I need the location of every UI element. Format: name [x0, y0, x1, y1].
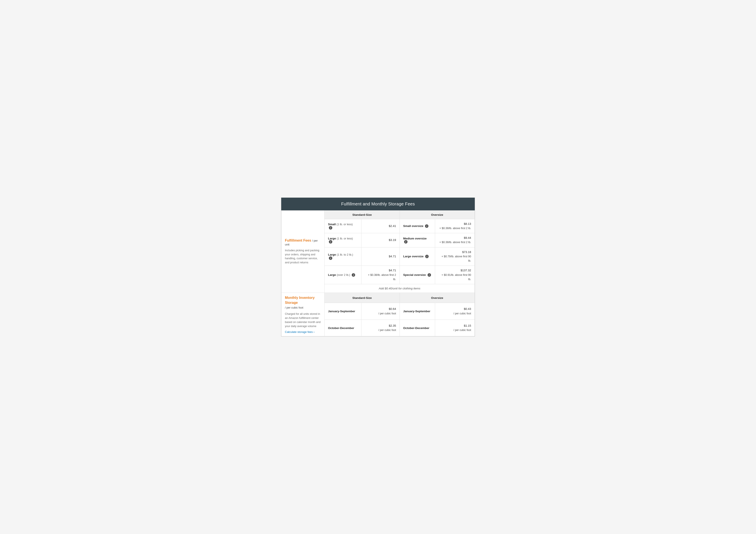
- std-size-1-sublabel: (1 lb. or less): [337, 223, 353, 226]
- std-info-icon-2[interactable]: i: [329, 240, 332, 243]
- std-price-3-value: $4.71: [389, 255, 396, 258]
- storage-ovr-unit-2: / per cubic foot: [453, 329, 471, 332]
- ovr-price-4-extra: + $0.91/lb. above first 90 lb.: [442, 273, 471, 281]
- ovr-price-2-extra: + $0.38/lb. above first 2 lb.: [440, 241, 471, 244]
- std-price-3: $4.71: [362, 247, 399, 266]
- ovr-price-3-main: $73.18: [462, 250, 471, 254]
- std-size-3-sublabel: (1 lb. to 2 lb.): [337, 253, 353, 256]
- ovr-info-icon-3[interactable]: i: [425, 255, 429, 258]
- ovr-size-1-label: Small oversize: [403, 224, 423, 228]
- storage-std-period-2-label: October-December: [328, 326, 354, 330]
- storage-ovr-unit-1: / per cubic foot: [453, 312, 471, 315]
- std-price-1-value: $2.41: [389, 224, 396, 228]
- std-size-4-sublabel: (over 2 lb.): [337, 273, 350, 276]
- storage-std-price-1: $0.64 / per cubic foot: [362, 303, 399, 319]
- storage-ovr-period-1: January-September: [399, 303, 435, 319]
- ovr-info-icon-2[interactable]: i: [404, 240, 408, 243]
- std-label-1: Small (1 lb. or less) i: [325, 219, 362, 233]
- clothing-note: Add $0.40/unit for clothing items: [325, 284, 475, 293]
- std-label-3: Large (1 lb. to 2 lb.) i: [325, 247, 362, 266]
- std-label-4: Large (over 2 lb.) i: [325, 266, 362, 284]
- storage-std-unit-1: / per cubic foot: [378, 312, 396, 315]
- storage-ovr-period-1-label: January-September: [403, 310, 430, 313]
- std-info-icon-3[interactable]: i: [329, 256, 332, 260]
- std-size-2-sublabel: (1 lb. or less): [337, 237, 353, 240]
- ovr-price-3-extra: + $0.79/lb. above first 90 lb.: [442, 255, 471, 262]
- storage-ovr-period-2: October-December: [399, 319, 435, 336]
- ovr-size-4-label: Special oversize: [403, 273, 426, 276]
- fulfillment-title-text: Fulfillment Fees: [285, 239, 311, 242]
- storage-standard-header: Standard-Size: [325, 293, 400, 303]
- oversize-header: Oversize: [399, 210, 474, 219]
- storage-desc: Charged for all units stored in an Amazo…: [285, 312, 321, 328]
- fulfillment-header-row: Fulfillment Fees / per unit Includes pic…: [282, 210, 475, 219]
- storage-label-cell: Monthly Inventory Storage / per cubic fo…: [282, 293, 325, 336]
- storage-ovr-price-2-main: $1.15: [464, 324, 471, 327]
- storage-per: / per cubic foot: [285, 306, 303, 309]
- std-size-3-label: Large: [328, 253, 336, 256]
- ovr-size-2-label: Medium oversize: [403, 237, 427, 240]
- std-price-1: $2.41: [362, 219, 399, 233]
- ovr-price-3: $73.18 + $0.79/lb. above first 90 lb.: [435, 247, 474, 266]
- ovr-price-2: $9.44 + $0.38/lb. above first 2 lb.: [435, 233, 474, 247]
- ovr-price-2-main: $9.44: [464, 236, 471, 240]
- ovr-price-4: $137.32 + $0.91/lb. above first 90 lb.: [435, 266, 474, 284]
- fulfillment-table: Fulfillment Fees / per unit Includes pic…: [281, 210, 475, 337]
- storage-title-text: Monthly Inventory Storage: [285, 296, 315, 304]
- storage-ovr-price-1-main: $0.43: [464, 307, 471, 311]
- calc-storage-link[interactable]: Calculate storage fees ›: [285, 330, 321, 334]
- ovr-price-4-main: $137.32: [461, 269, 471, 272]
- std-size-1-label: Small: [328, 223, 336, 226]
- ovr-price-1: $8.13 + $0.38/lb. above first 2 lb.: [435, 219, 474, 233]
- std-info-icon-1[interactable]: i: [329, 226, 332, 230]
- storage-std-price-2: $2.35 / per cubic foot: [362, 319, 399, 336]
- std-price-4-main: $4.71: [389, 269, 396, 272]
- storage-title: Monthly Inventory Storage / per cubic fo…: [285, 295, 321, 310]
- ovr-info-icon-1[interactable]: i: [425, 224, 428, 228]
- ovr-price-1-main: $8.13: [464, 222, 471, 225]
- storage-std-price-1-main: $0.64: [389, 307, 396, 311]
- storage-std-period-1: January-September: [325, 303, 362, 319]
- storage-std-period-2: October-December: [325, 319, 362, 336]
- standard-size-header: Standard-Size: [325, 210, 400, 219]
- ovr-size-3-label: Large oversize: [403, 255, 424, 258]
- storage-oversize-header: Oversize: [399, 293, 474, 303]
- fulfillment-label-cell: Fulfillment Fees / per unit Includes pic…: [282, 210, 325, 293]
- std-size-2-label: Large: [328, 237, 336, 240]
- std-price-4-extra: + $0.38/lb. above first 2 lb.: [368, 273, 396, 281]
- std-price-4: $4.71 + $0.38/lb. above first 2 lb.: [362, 266, 399, 284]
- ovr-label-3: Large oversize i: [399, 247, 435, 266]
- ovr-price-1-extra: + $0.38/lb. above first 2 lb.: [440, 227, 471, 230]
- main-container: Fulfillment and Monthly Storage Fees Ful…: [281, 197, 475, 337]
- std-price-2-value: $3.19: [389, 238, 396, 242]
- storage-ovr-period-2-label: October-December: [403, 326, 429, 330]
- std-label-2: Large (1 lb. or less) i: [325, 233, 362, 247]
- storage-header-row: Monthly Inventory Storage / per cubic fo…: [282, 293, 475, 303]
- storage-std-unit-2: / per cubic foot: [378, 329, 396, 332]
- ovr-label-1: Small oversize i: [399, 219, 435, 233]
- ovr-label-4: Special oversize i: [399, 266, 435, 284]
- std-size-4-label: Large: [328, 273, 336, 276]
- storage-ovr-price-1: $0.43 / per cubic foot: [435, 303, 474, 319]
- storage-std-price-2-main: $2.35: [389, 324, 396, 327]
- std-price-2: $3.19: [362, 233, 399, 247]
- storage-ovr-price-2: $1.15 / per cubic foot: [435, 319, 474, 336]
- std-info-icon-4[interactable]: i: [352, 273, 355, 277]
- storage-std-period-1-label: January-September: [328, 310, 355, 313]
- ovr-label-2: Medium oversize i: [399, 233, 435, 247]
- fulfillment-desc: Includes picking and packing your orders…: [285, 248, 321, 265]
- ovr-info-icon-4[interactable]: i: [428, 273, 431, 277]
- page-title: Fulfillment and Monthly Storage Fees: [281, 198, 475, 210]
- fulfillment-title: Fulfillment Fees / per unit: [285, 239, 318, 246]
